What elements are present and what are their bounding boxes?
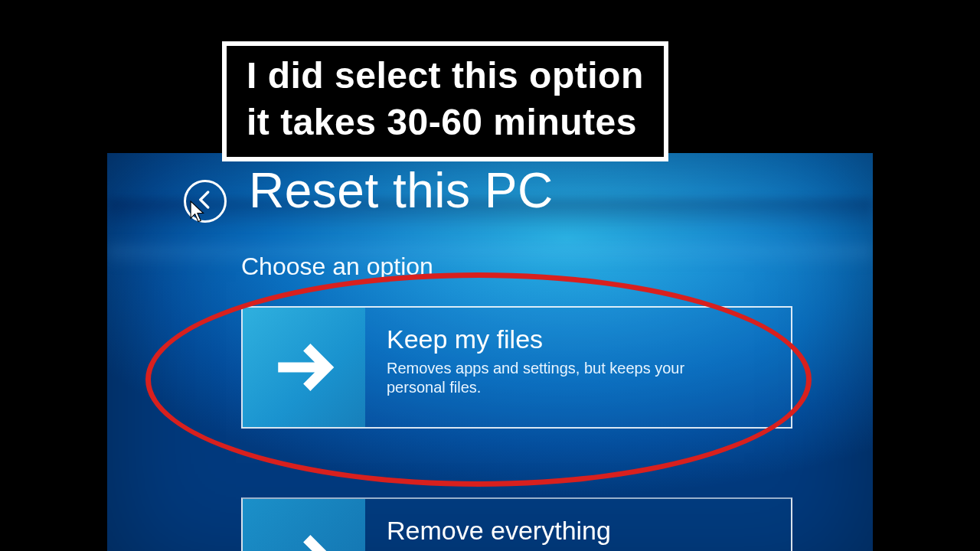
mouse-cursor-icon xyxy=(190,201,207,222)
arrow-right-icon xyxy=(243,499,365,551)
recovery-screen: Reset this PC Choose an option Keep my f… xyxy=(107,153,873,551)
annotation-caption: I did select this option it takes 30-60 … xyxy=(222,41,668,161)
option-remove-everything[interactable]: Remove everything Removes all of your pe… xyxy=(241,497,792,551)
page-subtitle: Choose an option xyxy=(241,253,433,281)
option-keep-my-files[interactable]: Keep my files Removes apps and settings,… xyxy=(241,306,792,429)
ambient-glow xyxy=(107,245,873,268)
caption-line: it takes 30-60 minutes xyxy=(247,99,644,145)
option-body: Keep my files Removes apps and settings,… xyxy=(365,308,791,427)
option-title: Keep my files xyxy=(387,324,769,354)
page-title: Reset this PC xyxy=(249,162,554,219)
arrow-right-icon xyxy=(243,308,365,427)
option-body: Remove everything Removes all of your pe… xyxy=(365,499,791,551)
option-title: Remove everything xyxy=(387,516,769,546)
video-frame: Reset this PC Choose an option Keep my f… xyxy=(0,0,980,551)
caption-line: I did select this option xyxy=(247,52,644,99)
option-desc: Removes apps and settings, but keeps you… xyxy=(387,359,739,397)
svg-marker-0 xyxy=(191,201,203,221)
